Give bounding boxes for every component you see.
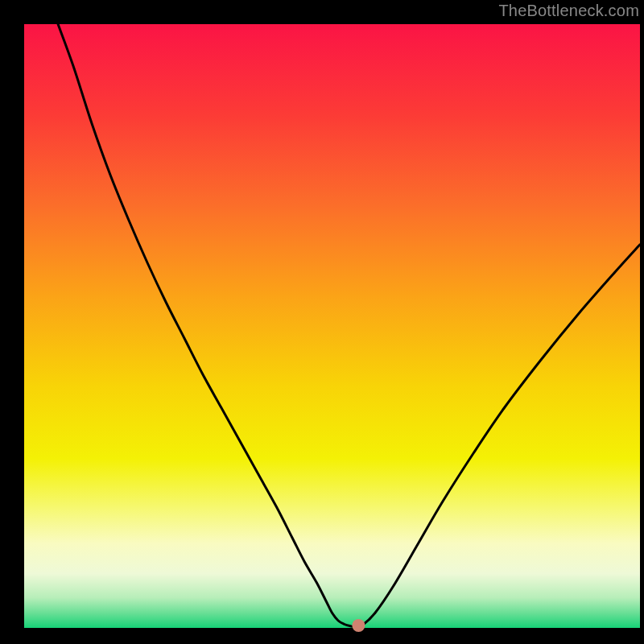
watermark-text: TheBottleneck.com — [498, 2, 639, 20]
plot-background — [24, 24, 640, 628]
optimal-point-marker — [352, 619, 365, 632]
chart-svg — [0, 0, 644, 644]
bottleneck-chart: TheBottleneck.com — [0, 0, 644, 644]
